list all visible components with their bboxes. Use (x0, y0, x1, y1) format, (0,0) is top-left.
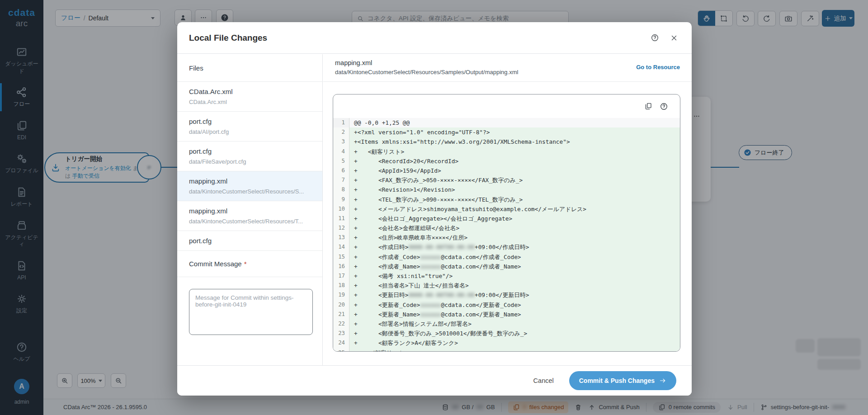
commit-message-label: Commit Message * (177, 251, 322, 277)
file-list-item[interactable]: port.cfgdata/FileSave/port.cfg (177, 141, 322, 171)
diff-line: 9+ <TEL_数字のみ_>090-××××-××××</TEL_数字のみ_> (333, 195, 680, 204)
diff-line: 16+ <作成者_Name>xxxxxx@cdata.com</作成者_Name… (333, 262, 680, 271)
required-asterisk: * (244, 260, 247, 268)
diff-line: 25+ </顧客リスト> (333, 348, 680, 352)
diff-line: 7+ <FAX_数字のみ_>050-××××-××××</FAX_数字のみ_> (333, 175, 680, 185)
diff-line: 13+ <住所>岐阜県岐阜市××××</住所> (333, 233, 680, 242)
diff-line-content: + <顧客ランク>A</顧客ランク> (349, 338, 458, 348)
diff-line-number: 24 (333, 338, 349, 348)
diff-line-number: 17 (333, 271, 349, 281)
cancel-button[interactable]: Cancel (533, 377, 554, 384)
diff-line-number: 8 (333, 185, 349, 194)
modal-help-icon[interactable] (651, 33, 659, 42)
diff-line-content: + <更新日時>0000-00-00T00:00:00+09:00</更新日時> (349, 290, 529, 300)
diff-line: 15+ <作成者_Code>xxxxxx@cdata.com</作成者_Code… (333, 252, 680, 262)
diff-line-number: 20 (333, 300, 349, 310)
diff-line-number: 16 (333, 262, 349, 271)
diff-line-content: + <部署名>情報システム部</部署名> (349, 319, 472, 329)
diff-line: 6+ <AppId>159</AppId> (333, 166, 680, 175)
file-path: data/KintoneCustomerSelect/Resources/S..… (189, 188, 316, 195)
file-list-item[interactable]: CData.Arc.xmlCData.Arc.xml (177, 82, 322, 112)
diff-line-number: 6 (333, 166, 349, 175)
commit-button-label: Commit & Push Changes (579, 377, 655, 384)
diff-line: 22+ <部署名>情報システム部</部署名> (333, 319, 680, 329)
diff-line: 5+ <RecordId>20</RecordId> (333, 156, 680, 166)
diff-line-number: 18 (333, 281, 349, 290)
diff-line: 14+ <作成日時>0000-00-00T00:00:00+09:00</作成日… (333, 242, 680, 252)
diff-line-content: + <メールアドレス>shimoyama_tatsuhito@example.c… (349, 204, 586, 214)
diff-line: 1@@ -0,0 +1,25 @@ (333, 118, 680, 127)
diff-toolbar (333, 94, 680, 118)
diff-file-path: data/KintoneCustomerSelect/Resources/Sam… (335, 69, 680, 75)
diff-line-number: 15 (333, 252, 349, 262)
file-list-item[interactable]: mapping.xmldata/KintoneCustomerSelect/Re… (177, 201, 322, 231)
diff-line-number: 19 (333, 290, 349, 300)
commit-push-changes-button[interactable]: Commit & Push Changes (569, 371, 676, 390)
diff-line-number: 13 (333, 233, 349, 242)
file-name: port.cfg (189, 147, 316, 155)
diff-line-content: + <TEL_数字のみ_>090-××××-××××</TEL_数字のみ_> (349, 195, 523, 204)
diff-line-number: 7 (333, 175, 349, 185)
diff-line-content: + <郵便番号_数字のみ_>5010001</郵便番号_数字のみ_> (349, 329, 527, 338)
file-name: mapping.xml (189, 207, 316, 215)
diff-line-number: 11 (333, 214, 349, 223)
diff-content: 1@@ -0,0 +1,25 @@2+<?xml version="1.0" e… (333, 118, 680, 351)
diff-line: 10+ <メールアドレス>shimoyama_tatsuhito@example… (333, 204, 680, 214)
copy-icon[interactable] (644, 102, 652, 110)
diff-line-content: + <RecordId>20</RecordId> (349, 156, 458, 166)
diff-line: 2+<?xml version="1.0" encoding="UTF-8"?> (333, 127, 680, 137)
file-name: port.cfg (189, 237, 316, 245)
diff-line-number: 9 (333, 195, 349, 204)
arrow-right-icon (659, 377, 666, 384)
modal-body: Files CData.Arc.xmlCData.Arc.xmlport.cfg… (177, 54, 692, 365)
diff-line: 12+ <会社名>金都運総研</会社名> (333, 223, 680, 233)
diff-line-content: +<?xml version="1.0" encoding="UTF-8"?> (349, 127, 490, 137)
modal-header: Local File Changes (177, 22, 692, 54)
diff-line-content: + <顧客リスト> (349, 147, 404, 156)
diff-help-icon[interactable] (660, 102, 668, 111)
diff-line-content: + <更新者_Code>xxxxxx@cdata.com</更新者_Code> (349, 300, 521, 310)
files-panel: Files CData.Arc.xmlCData.Arc.xmlport.cfg… (177, 54, 323, 365)
diff-line-content: + <会社ロゴ_Aggregate></会社ロゴ_Aggregate> (349, 214, 512, 223)
diff-file-title: mapping.xml (335, 59, 680, 66)
file-name: port.cfg (189, 118, 316, 125)
diff-line-number: 5 (333, 156, 349, 166)
diff-line-content: + <作成日時>0000-00-00T00:00:00+09:00</作成日時> (349, 242, 529, 252)
diff-line-number: 12 (333, 223, 349, 233)
diff-line-content: + <作成者_Name>xxxxxx@cdata.com</作成者_Name> (349, 262, 521, 271)
diff-line: 23+ <郵便番号_数字のみ_>5010001</郵便番号_数字のみ_> (333, 329, 680, 338)
diff-line-content: + <会社名>金都運総研</会社名> (349, 223, 459, 233)
commit-message-input[interactable] (189, 289, 313, 335)
file-list: CData.Arc.xmlCData.Arc.xmlport.cfgdata/A… (177, 82, 322, 251)
diff-line-number: 2 (333, 127, 349, 137)
diff-line-content: +<Items xmlns:xsi="http://www.w3.org/200… (349, 137, 570, 146)
diff-line-number: 10 (333, 204, 349, 214)
diff-line: 21+ <更新者_Name>xxxxxx@cdata.com</更新者_Name… (333, 310, 680, 319)
file-list-item[interactable]: port.cfgdata/AI/port.cfg (177, 112, 322, 141)
diff-line-number: 22 (333, 319, 349, 329)
diff-panel: mapping.xml data/KintoneCustomerSelect/R… (323, 54, 692, 365)
file-list-item[interactable]: mapping.xmldata/KintoneCustomerSelect/Re… (177, 171, 322, 201)
diff-line-content: + <備考 xsi:nil="true"/> (349, 271, 453, 281)
diff-line: 11+ <会社ロゴ_Aggregate></会社ロゴ_Aggregate> (333, 214, 680, 223)
files-header: Files (177, 54, 322, 82)
diff-line-content: @@ -0,0 +1,25 @@ (349, 118, 410, 127)
diff-line-content: + <住所>岐阜県岐阜市××××</住所> (349, 233, 467, 242)
app-window: cdata arc ダッシュボードフローEDIプロファイルレポートアクティビティ… (0, 0, 868, 415)
diff-viewer: 1@@ -0,0 +1,25 @@2+<?xml version="1.0" e… (333, 94, 680, 352)
diff-line: 19+ <更新日時>0000-00-00T00:00:00+09:00</更新日… (333, 290, 680, 300)
local-file-changes-modal: Local File Changes Files CData.Arc.xmlCD… (177, 22, 692, 396)
modal-footer: Cancel Commit & Push Changes (177, 365, 692, 396)
diff-line-content: + </顧客リスト> (349, 348, 408, 352)
file-list-item[interactable]: port.cfg (177, 231, 322, 251)
close-icon[interactable] (670, 34, 678, 42)
diff-line: 8+ <Revision>1</Revision> (333, 185, 680, 194)
diff-line-content: + <担当者名>下山 達士</担当者名> (349, 281, 469, 290)
diff-line-content: + <FAX_数字のみ_>050-××××-××××</FAX_数字のみ_> (349, 175, 523, 185)
diff-line-content: + <作成者_Code>xxxxxx@cdata.com</作成者_Code> (349, 252, 521, 262)
diff-line: 18+ <担当者名>下山 達士</担当者名> (333, 281, 680, 290)
go-to-resource-link[interactable]: Go to Resource (636, 64, 680, 71)
file-path: data/AI/port.cfg (189, 128, 316, 135)
file-name: CData.Arc.xml (189, 88, 316, 95)
diff-line-number: 3 (333, 137, 349, 146)
